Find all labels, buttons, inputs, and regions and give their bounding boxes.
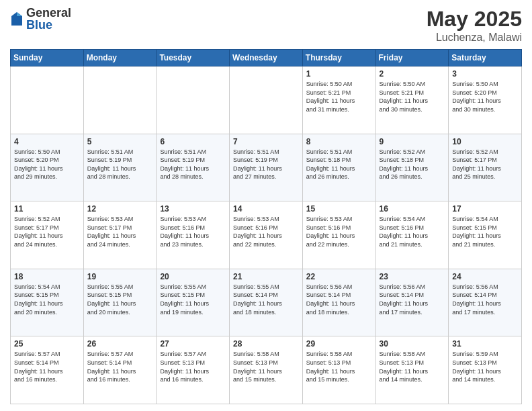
day-info: Sunrise: 5:53 AM Sunset: 5:16 PM Dayligh… [233, 215, 299, 248]
day-info: Sunrise: 5:53 AM Sunset: 5:16 PM Dayligh… [160, 215, 226, 248]
calendar-cell-w1-d3 [230, 66, 303, 134]
day-number: 23 [380, 272, 445, 281]
logo-general-text: General [26, 7, 71, 19]
col-tuesday: Tuesday [157, 50, 230, 66]
calendar-cell-w2-d0: 4Sunrise: 5:50 AM Sunset: 5:20 PM Daylig… [11, 134, 84, 201]
day-info: Sunrise: 5:50 AM Sunset: 5:20 PM Dayligh… [14, 148, 80, 181]
day-number: 16 [380, 204, 445, 214]
calendar-cell-w1-d1 [83, 66, 157, 134]
calendar-cell-w1-d5: 2Sunrise: 5:50 AM Sunset: 5:21 PM Daylig… [375, 66, 449, 134]
day-number: 9 [380, 137, 445, 146]
calendar-cell-w3-d1: 12Sunrise: 5:53 AM Sunset: 5:17 PM Dayli… [83, 201, 157, 269]
calendar-cell-w5-d6: 31Sunrise: 5:59 AM Sunset: 5:13 PM Dayli… [449, 336, 522, 404]
calendar-cell-w5-d1: 26Sunrise: 5:57 AM Sunset: 5:14 PM Dayli… [83, 336, 157, 404]
day-info: Sunrise: 5:57 AM Sunset: 5:14 PM Dayligh… [87, 350, 153, 383]
day-number: 4 [14, 137, 80, 146]
day-info: Sunrise: 5:59 AM Sunset: 5:13 PM Dayligh… [452, 350, 518, 383]
day-number: 26 [87, 339, 153, 349]
calendar-cell-w2-d5: 9Sunrise: 5:52 AM Sunset: 5:18 PM Daylig… [375, 134, 449, 201]
day-info: Sunrise: 5:51 AM Sunset: 5:19 PM Dayligh… [87, 148, 153, 181]
day-number: 15 [306, 204, 372, 214]
svg-marker-1 [17, 12, 22, 16]
day-number: 11 [14, 204, 80, 214]
calendar-cell-w1-d6: 3Sunrise: 5:50 AM Sunset: 5:20 PM Daylig… [449, 66, 522, 134]
logo: General Blue [10, 7, 71, 31]
day-number: 3 [452, 69, 518, 79]
calendar-cell-w1-d0 [11, 66, 84, 134]
day-number: 12 [87, 204, 153, 214]
day-info: Sunrise: 5:53 AM Sunset: 5:17 PM Dayligh… [87, 215, 153, 248]
title-month: May 2025 [427, 7, 522, 32]
day-number: 28 [233, 339, 299, 349]
calendar-cell-w3-d6: 17Sunrise: 5:54 AM Sunset: 5:15 PM Dayli… [449, 201, 522, 269]
day-info: Sunrise: 5:55 AM Sunset: 5:15 PM Dayligh… [160, 283, 226, 316]
day-number: 7 [233, 137, 299, 146]
day-info: Sunrise: 5:57 AM Sunset: 5:13 PM Dayligh… [160, 350, 226, 383]
col-friday: Friday [375, 50, 449, 66]
calendar-cell-w2-d2: 6Sunrise: 5:51 AM Sunset: 5:19 PM Daylig… [157, 134, 230, 201]
day-number: 20 [160, 272, 226, 281]
calendar-cell-w5-d4: 29Sunrise: 5:58 AM Sunset: 5:13 PM Dayli… [302, 336, 375, 404]
col-saturday: Saturday [449, 50, 522, 66]
calendar-cell-w4-d5: 23Sunrise: 5:56 AM Sunset: 5:14 PM Dayli… [375, 269, 449, 336]
day-number: 27 [160, 339, 226, 349]
day-number: 18 [14, 272, 80, 281]
logo-blue-text: Blue [26, 19, 71, 31]
day-number: 13 [160, 204, 226, 214]
day-number: 30 [380, 339, 445, 349]
calendar-cell-w1-d4: 1Sunrise: 5:50 AM Sunset: 5:21 PM Daylig… [302, 66, 375, 134]
day-info: Sunrise: 5:54 AM Sunset: 5:16 PM Dayligh… [380, 215, 445, 248]
day-number: 22 [306, 272, 372, 281]
calendar-cell-w2-d1: 5Sunrise: 5:51 AM Sunset: 5:19 PM Daylig… [83, 134, 157, 201]
day-info: Sunrise: 5:54 AM Sunset: 5:15 PM Dayligh… [452, 215, 518, 248]
day-number: 5 [87, 137, 153, 146]
day-number: 14 [233, 204, 299, 214]
week-row-5: 25Sunrise: 5:57 AM Sunset: 5:14 PM Dayli… [11, 336, 522, 404]
day-info: Sunrise: 5:51 AM Sunset: 5:18 PM Dayligh… [306, 148, 372, 181]
day-info: Sunrise: 5:57 AM Sunset: 5:14 PM Dayligh… [14, 350, 80, 383]
logo-icon [10, 11, 24, 27]
title-block: May 2025 Luchenza, Malawi [427, 7, 522, 44]
day-info: Sunrise: 5:55 AM Sunset: 5:15 PM Dayligh… [87, 283, 153, 316]
calendar-cell-w5-d0: 25Sunrise: 5:57 AM Sunset: 5:14 PM Dayli… [11, 336, 84, 404]
calendar-cell-w4-d0: 18Sunrise: 5:54 AM Sunset: 5:15 PM Dayli… [11, 269, 84, 336]
calendar-cell-w3-d4: 15Sunrise: 5:53 AM Sunset: 5:16 PM Dayli… [302, 201, 375, 269]
day-number: 10 [452, 137, 518, 146]
calendar-cell-w4-d6: 24Sunrise: 5:56 AM Sunset: 5:14 PM Dayli… [449, 269, 522, 336]
day-number: 31 [452, 339, 518, 349]
calendar-cell-w4-d1: 19Sunrise: 5:55 AM Sunset: 5:15 PM Dayli… [83, 269, 157, 336]
day-info: Sunrise: 5:52 AM Sunset: 5:17 PM Dayligh… [452, 148, 518, 181]
calendar-cell-w5-d3: 28Sunrise: 5:58 AM Sunset: 5:13 PM Dayli… [230, 336, 303, 404]
day-info: Sunrise: 5:50 AM Sunset: 5:20 PM Dayligh… [452, 80, 518, 113]
calendar-cell-w3-d2: 13Sunrise: 5:53 AM Sunset: 5:16 PM Dayli… [157, 201, 230, 269]
calendar-cell-w2-d6: 10Sunrise: 5:52 AM Sunset: 5:17 PM Dayli… [449, 134, 522, 201]
day-info: Sunrise: 5:52 AM Sunset: 5:17 PM Dayligh… [14, 215, 80, 248]
day-info: Sunrise: 5:58 AM Sunset: 5:13 PM Dayligh… [380, 350, 445, 383]
calendar-cell-w4-d4: 22Sunrise: 5:56 AM Sunset: 5:14 PM Dayli… [302, 269, 375, 336]
col-monday: Monday [83, 50, 157, 66]
calendar-cell-w4-d3: 21Sunrise: 5:55 AM Sunset: 5:14 PM Dayli… [230, 269, 303, 336]
calendar-cell-w2-d3: 7Sunrise: 5:51 AM Sunset: 5:19 PM Daylig… [230, 134, 303, 201]
calendar-cell-w3-d3: 14Sunrise: 5:53 AM Sunset: 5:16 PM Dayli… [230, 201, 303, 269]
day-number: 1 [306, 69, 372, 79]
day-number: 17 [452, 204, 518, 214]
day-info: Sunrise: 5:51 AM Sunset: 5:19 PM Dayligh… [160, 148, 226, 181]
day-number: 6 [160, 137, 226, 146]
calendar-cell-w3-d0: 11Sunrise: 5:52 AM Sunset: 5:17 PM Dayli… [11, 201, 84, 269]
day-info: Sunrise: 5:58 AM Sunset: 5:13 PM Dayligh… [306, 350, 372, 383]
day-info: Sunrise: 5:56 AM Sunset: 5:14 PM Dayligh… [380, 283, 445, 316]
day-number: 29 [306, 339, 372, 349]
day-info: Sunrise: 5:53 AM Sunset: 5:16 PM Dayligh… [306, 215, 372, 248]
day-info: Sunrise: 5:51 AM Sunset: 5:19 PM Dayligh… [233, 148, 299, 181]
day-info: Sunrise: 5:50 AM Sunset: 5:21 PM Dayligh… [380, 80, 445, 113]
day-info: Sunrise: 5:56 AM Sunset: 5:14 PM Dayligh… [452, 283, 518, 316]
day-number: 24 [452, 272, 518, 281]
week-row-4: 18Sunrise: 5:54 AM Sunset: 5:15 PM Dayli… [11, 269, 522, 336]
day-info: Sunrise: 5:54 AM Sunset: 5:15 PM Dayligh… [14, 283, 80, 316]
day-info: Sunrise: 5:52 AM Sunset: 5:18 PM Dayligh… [380, 148, 445, 181]
day-info: Sunrise: 5:55 AM Sunset: 5:14 PM Dayligh… [233, 283, 299, 316]
calendar-table: Sunday Monday Tuesday Wednesday Thursday… [10, 49, 522, 404]
calendar-cell-w5-d2: 27Sunrise: 5:57 AM Sunset: 5:13 PM Dayli… [157, 336, 230, 404]
day-number: 25 [14, 339, 80, 349]
calendar-cell-w5-d5: 30Sunrise: 5:58 AM Sunset: 5:13 PM Dayli… [375, 336, 449, 404]
